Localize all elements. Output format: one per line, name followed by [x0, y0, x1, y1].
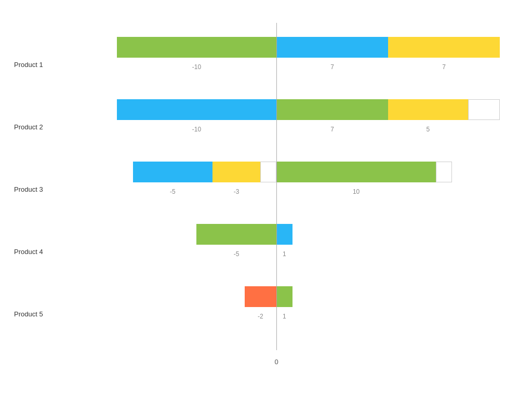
bar-value-label: 1 [283, 250, 286, 258]
bar-value-label: -3 [234, 188, 240, 195]
bar-segment [276, 286, 292, 307]
product-label: Product 5 [14, 310, 43, 318]
bar-segment [388, 37, 500, 58]
bar-segment [245, 286, 276, 307]
bar-value-label: -5 [234, 250, 240, 258]
bar-segment [436, 162, 452, 182]
bar-segment [276, 162, 436, 182]
bar-value-label: 10 [353, 188, 360, 195]
bar-value-label: -10 [192, 126, 201, 133]
product-label: Product 4 [14, 248, 43, 256]
bar-segment [212, 162, 260, 182]
product-label: Product 2 [14, 123, 43, 131]
bar-value-label: 7 [442, 63, 446, 71]
bar-value-label: -10 [192, 63, 201, 71]
product-row: Product 4-51 [53, 220, 510, 283]
product-label: Product 3 [14, 185, 43, 193]
bar-segment [196, 224, 276, 245]
bar-segment [388, 99, 468, 120]
bar-segment [276, 99, 388, 120]
bar-segment [133, 162, 213, 182]
bar-value-label: 7 [330, 126, 334, 133]
bar-value-label: 7 [330, 63, 334, 71]
bar-segment [276, 37, 388, 58]
product-label: Product 1 [14, 61, 43, 69]
zero-axis-label: 0 [274, 358, 278, 366]
chart-container: 0Product 1-1077Product 2-1075Product 3-3… [11, 12, 521, 387]
zero-line [276, 23, 277, 350]
bar-segment [260, 162, 276, 182]
bar-value-label: 1 [283, 313, 286, 320]
chart-area: 0Product 1-1077Product 2-1075Product 3-3… [53, 23, 510, 366]
product-row: Product 5-21 [53, 283, 510, 345]
product-row: Product 2-1075 [53, 96, 510, 158]
bar-value-label: -2 [258, 313, 263, 320]
bar-segment [117, 99, 276, 120]
bar-value-label: 5 [426, 126, 430, 133]
product-row: Product 3-3-510 [53, 158, 510, 220]
bar-segment [117, 37, 276, 58]
product-row: Product 1-1077 [53, 33, 510, 96]
bar-segment [468, 99, 500, 120]
bar-segment [276, 224, 292, 245]
bar-value-label: -5 [170, 188, 176, 195]
